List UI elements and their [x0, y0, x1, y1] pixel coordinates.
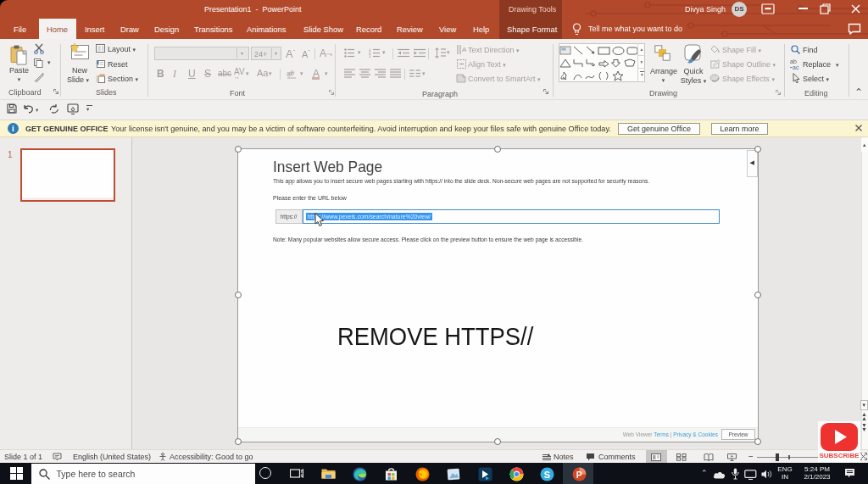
svg-text:ab: ab	[790, 58, 797, 64]
svg-text:P: P	[576, 470, 581, 480]
svg-text:S: S	[544, 470, 550, 480]
svg-text:3: 3	[369, 54, 371, 58]
svg-text:A: A	[462, 46, 466, 53]
svg-text:ac: ac	[793, 64, 799, 70]
svg-text:ab: ab	[287, 70, 294, 77]
